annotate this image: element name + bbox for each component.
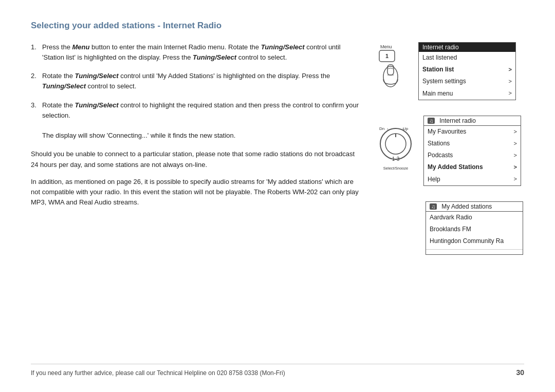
svg-text:1-3: 1-3 [392,156,400,162]
menu-box-2-item-2: Podcasts > [424,150,521,161]
menu-box-3: ♫ My Added stations Aardvark Radio Brook… [425,201,523,255]
button-svg: Menu 1 [375,42,411,91]
menu-box-3-item-0: Aardvark Radio [426,212,523,223]
svg-text:1: 1 [385,53,388,59]
page: Selecting your added stations - Internet… [0,0,555,392]
right-column: Menu 1 [375,42,524,364]
page-title: Selecting your added stations - Internet… [31,21,524,31]
page-number: 30 [516,368,524,377]
step-1: 1. Press the Menu button to enter the ma… [31,42,360,63]
row-1: Menu 1 [375,42,516,109]
svg-text:Dn: Dn [379,126,384,131]
paragraph-2: In addition, as mentioned on page 26, it… [31,177,360,208]
button-illustration: Menu 1 [375,42,411,91]
main-content: 1. Press the Menu button to enter the ma… [31,42,524,364]
knob-illustration: Dn Up 1-3 Select/Snooze ↑ [375,116,416,177]
music-icon-2: ♫ [428,118,435,124]
svg-text:↑: ↑ [386,127,389,132]
step-3-num: 3. [31,100,42,141]
step-2-num: 2. [31,71,42,91]
menu-box-3-item-2: Huntingdon Community Ra [426,235,523,247]
menu-box-1-item-1: Station list > [419,64,515,76]
menu-box-1-item-3: Main menu > [419,88,515,100]
step-2-text: Rotate the Tuning/Select control until '… [42,71,360,91]
menu-box-2-title: Internet radio [439,117,476,124]
svg-point-3 [383,66,398,87]
step-1-text: Press the Menu button to enter the main … [42,42,360,63]
menu-box-2-header: ♫ Internet radio [424,116,521,126]
step-3-subtext: The display will show 'Connecting...' wh… [42,132,235,139]
svg-text:Menu: Menu [380,44,392,49]
menu-box-1-item-0: Last listened [419,52,515,64]
step-3-text: Rotate the Tuning/Select control to high… [42,101,359,119]
svg-point-8 [380,128,411,159]
left-column: 1. Press the Menu button to enter the ma… [31,42,375,364]
menu-box-1-header: Internet radio [419,43,515,52]
knob-svg: Dn Up 1-3 Select/Snooze ↑ [375,116,416,177]
menu-box-3-footer-line [426,249,523,254]
paragraph-1: Should you be unable to connect to a par… [31,149,360,170]
menu-box-3-title: My Added stations [441,203,492,210]
step-1-num: 1. [31,42,42,63]
menu-box-2: ♫ Internet radio My Favourites > Station… [423,116,521,186]
menu-box-1: Internet radio Last listened Station lis… [418,42,516,100]
svg-text:↑: ↑ [402,127,404,132]
music-icon-3: ♫ [430,203,437,210]
footer-help-text: If you need any further advice, please c… [31,369,285,377]
menu-box-2-item-0: My Favourites > [424,126,521,138]
menu-box-1-item-2: System settings > [419,76,515,87]
svg-text:Select/Snooze: Select/Snooze [383,166,408,171]
step-3: 3. Rotate the Tuning/Select control to h… [31,100,360,141]
menu-box-2-item-3: My Added Stations > [424,161,521,173]
menu-box-3-item-1: Brooklands FM [426,223,523,235]
menu-box-2-item-1: Stations > [424,138,521,150]
step-2: 2. Rotate the Tuning/Select control unti… [31,71,360,91]
menu-box-1-title: Internet radio [422,44,459,51]
row-2: Dn Up 1-3 Select/Snooze ↑ [375,116,521,195]
menu-box-2-item-4: Help > [424,174,521,185]
footer: If you need any further advice, please c… [31,364,524,377]
row-3: ♫ My Added stations Aardvark Radio Brook… [375,201,523,265]
menu-box-3-header: ♫ My Added stations [426,202,523,212]
